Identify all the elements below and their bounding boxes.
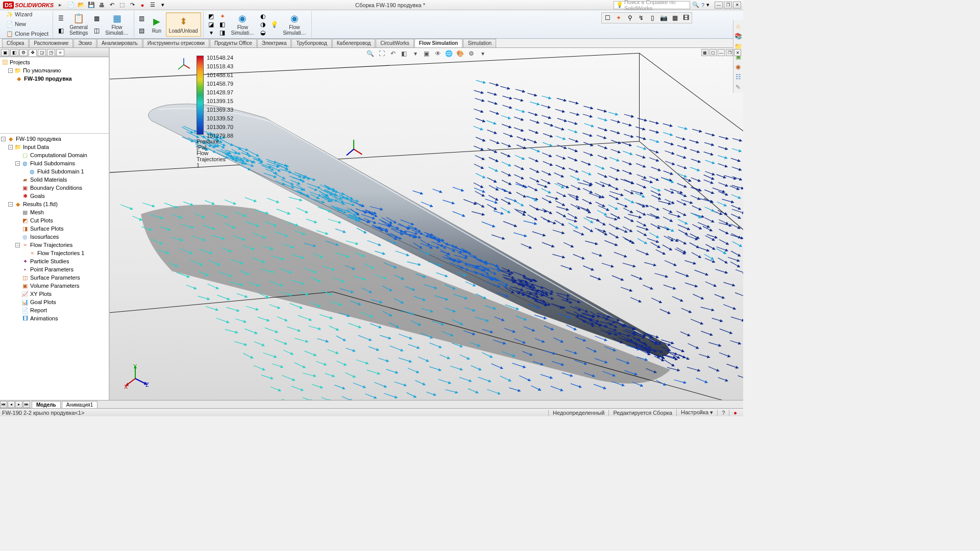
task-home-icon[interactable]: ⌂ [733, 21, 743, 31]
hide-show-icon[interactable]: 👁 [433, 49, 443, 58]
tree-projects-root[interactable]: 🞖 Projects [1, 58, 108, 66]
panel-tab-3[interactable]: ⚙ [19, 49, 28, 56]
flow-sim-button-1[interactable]: ▦ Flow Simulati… [102, 12, 132, 37]
view-dropdown-icon[interactable]: ▾ [478, 49, 487, 58]
small-icon-8[interactable]: ◪ [207, 20, 216, 29]
small-icon-7[interactable]: ◩ [207, 12, 216, 20]
close-button[interactable]: ✕ [733, 2, 741, 9]
tab-animation[interactable]: Анимация1 [62, 401, 98, 408]
restore-button[interactable]: ❐ [724, 2, 732, 9]
small-icon-2[interactable]: ◧ [56, 27, 65, 35]
ctx-icon-5[interactable]: ▯ [648, 14, 657, 22]
load-unload-button[interactable]: ⬍ Load/Unload [166, 12, 201, 37]
tree-report[interactable]: 📄Report [1, 306, 108, 314]
ctx-icon-4[interactable]: ↯ [636, 14, 646, 22]
panel-tab-6[interactable]: ◳ [47, 49, 55, 56]
panel-tab-2[interactable]: ◧ [10, 49, 18, 56]
help-dropdown-icon[interactable]: ▾ [706, 2, 709, 8]
qat-redo-icon[interactable]: ↷ [128, 1, 136, 9]
panel-tab-4[interactable]: ❖ [29, 49, 37, 56]
vp-single-icon[interactable]: ▢ [709, 49, 717, 56]
task-forum-icon[interactable]: ✎ [733, 83, 743, 92]
flow-sim-button-3[interactable]: ◉ Flow Simulati… [280, 12, 309, 37]
tab-electrical[interactable]: Электрика [257, 39, 291, 47]
ctx-icon-2[interactable]: ✦ [614, 14, 623, 22]
prev-view-icon[interactable]: ↶ [388, 49, 398, 58]
vp-min-icon[interactable]: — [718, 49, 725, 56]
tree-fluid-sub-1[interactable]: ◍Fluid Subdomain 1 [1, 167, 108, 176]
small-icon-1[interactable]: ☰ [56, 14, 65, 22]
task-appear-icon[interactable]: ◉ [733, 62, 743, 71]
qat-open-icon[interactable]: 📂 [77, 1, 85, 9]
appearance-icon[interactable]: 🎨 [456, 49, 465, 58]
tree-fluid-sub[interactable]: −◍Fluid Subdomains [1, 159, 108, 167]
tree-goals[interactable]: ✱Goals [1, 192, 108, 200]
tree-isosurfaces[interactable]: ◎Isosurfaces [1, 233, 108, 241]
small-icon-6[interactable]: ▤ [137, 27, 146, 35]
section-icon[interactable]: ◧ [400, 49, 409, 58]
menu-dropdown[interactable]: ▸ [59, 2, 62, 8]
task-lib-icon[interactable]: 📚 [733, 32, 743, 41]
tree-input-data[interactable]: −📁Input Data [1, 143, 108, 151]
qat-dropdown-icon[interactable]: ▾ [159, 1, 167, 9]
tree-flow-traj[interactable]: −≈Flow Trajectories [1, 241, 108, 249]
tab-evaluate[interactable]: Анализировать [97, 39, 142, 47]
tab-cabling[interactable]: Кабелепровод [332, 39, 376, 47]
expand-icon[interactable]: − [15, 243, 20, 247]
tree-default[interactable]: − 📁 По умолчанию [1, 66, 108, 74]
tree-root[interactable]: −◆FW-190 продувка [1, 135, 108, 143]
small-icon-5[interactable]: ▥ [137, 14, 146, 22]
new-project-button[interactable]: 📄 New [4, 20, 28, 29]
nav-prev-icon[interactable]: ◂ [8, 401, 15, 408]
tree-flow-traj-1[interactable]: ≈Flow Trajectories 1 [1, 249, 108, 257]
expand-icon[interactable]: − [1, 137, 6, 141]
tree-particle[interactable]: ✦Particle Studies [1, 257, 108, 265]
tree-boundary[interactable]: ▣Boundary Conditions [1, 184, 108, 192]
small-icon-10[interactable]: ✦ [218, 12, 227, 20]
nav-last-icon[interactable]: ⏭ [23, 401, 30, 408]
flow-sim-button-2[interactable]: ◉ Flow Simulati… [228, 12, 258, 37]
tree-point-param[interactable]: •Point Parameters [1, 265, 108, 273]
help-icon[interactable]: ? [701, 2, 704, 8]
tree-volume-param[interactable]: ▣Volume Parameters [1, 282, 108, 290]
tab-layout[interactable]: Расположение [29, 39, 73, 47]
panel-tab-1[interactable]: ▣ [1, 49, 9, 56]
vp-max-icon[interactable]: ❐ [726, 49, 733, 56]
clone-project-button[interactable]: 📋 Clone Project [4, 30, 51, 38]
run-button[interactable]: ▶ Run [148, 12, 166, 37]
tree-results[interactable]: −◆Results (1.fld) [1, 200, 108, 208]
ctx-icon-6[interactable]: 📷 [659, 14, 668, 22]
small-icon-13[interactable]: ◐ [258, 12, 267, 20]
tab-flow-simulation[interactable]: Flow Simulation [414, 39, 463, 47]
tree-project[interactable]: ◆ FW-190 продувка [1, 74, 108, 83]
tree-comp-domain[interactable]: ▢Computational Domain [1, 151, 108, 159]
tree-surface-param[interactable]: ◫Surface Parameters [1, 273, 108, 282]
panel-tab-5[interactable]: ◲ [38, 49, 46, 56]
graphics-viewport[interactable]: 🔍 ⛶ ↶ ◧ ▾ ▣ 👁 🌐 🎨 ⚙ ▾ ▦ ▢ — ❐ ✕ 101548.2… [110, 48, 743, 400]
qat-save-icon[interactable]: 💾 [87, 1, 95, 9]
tab-office[interactable]: Продукты Office [210, 39, 257, 47]
qat-select-icon[interactable]: ⬚ [118, 1, 126, 9]
status-rebuild-icon[interactable]: ● [729, 410, 741, 416]
qat-new-icon[interactable]: 📄 [67, 1, 75, 9]
small-icon-16[interactable]: 💡 [270, 20, 279, 29]
tree-solid-mat[interactable]: ▰Solid Materials [1, 176, 108, 184]
tab-sketch[interactable]: Эскиз [74, 39, 96, 47]
small-icon-15[interactable]: ◒ [258, 29, 267, 37]
general-settings-button[interactable]: 📋 General Settings [66, 12, 91, 37]
expand-icon[interactable]: − [15, 161, 20, 166]
zoom-fit-icon[interactable]: 🔍 [366, 49, 375, 58]
tab-piping[interactable]: Трубопровод [291, 39, 331, 47]
tab-circuitworks[interactable]: CircuitWorks [376, 39, 413, 47]
small-icon-11[interactable]: ◧ [218, 20, 227, 29]
collapse-icon[interactable]: − [8, 68, 13, 73]
tree-animations[interactable]: 🎞Animations [1, 314, 108, 322]
tree-xy-plots[interactable]: 📈XY Plots [1, 290, 108, 298]
qat-options-icon[interactable]: ☰ [149, 1, 157, 9]
qat-rebuild-icon[interactable]: ● [138, 1, 146, 9]
vp-close-icon[interactable]: ✕ [734, 49, 741, 56]
small-icon-9[interactable]: ▾ [207, 29, 216, 37]
qat-undo-icon[interactable]: ↶ [108, 1, 116, 9]
view-settings-icon[interactable]: ⚙ [467, 49, 476, 58]
ctx-icon-8[interactable]: 🎞 [681, 14, 691, 22]
